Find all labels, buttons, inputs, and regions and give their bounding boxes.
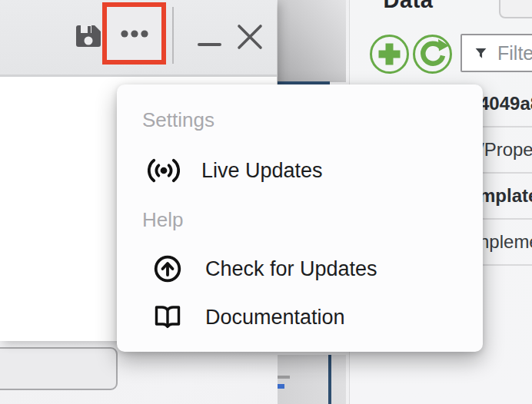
arrow-up-circle-icon bbox=[151, 254, 184, 283]
minimize-icon bbox=[198, 43, 221, 46]
plus-circle-icon bbox=[369, 34, 410, 75]
close-button[interactable] bbox=[233, 20, 267, 54]
refresh-button[interactable] bbox=[412, 34, 453, 75]
save-button[interactable] bbox=[74, 23, 103, 49]
menu-item-live-updates[interactable]: Live Updates bbox=[129, 150, 470, 191]
minimap-blue-mark bbox=[278, 384, 284, 389]
more-options-button[interactable] bbox=[107, 7, 161, 60]
more-options-menu: Settings Live Updates Help bbox=[117, 84, 483, 352]
background-column bbox=[278, 355, 346, 404]
list-item[interactable]: /Prope bbox=[479, 139, 532, 161]
background-panel bbox=[0, 347, 118, 390]
ellipsis-icon bbox=[119, 29, 150, 38]
navy-accent-line bbox=[328, 355, 331, 404]
save-icon bbox=[74, 23, 103, 49]
close-icon bbox=[233, 20, 267, 54]
menu-section-settings: Settings bbox=[142, 108, 214, 132]
panel-title: Data bbox=[374, 0, 443, 13]
corner-card[interactable] bbox=[499, 0, 532, 18]
list-item[interactable]: npleme bbox=[479, 231, 532, 253]
open-book-icon bbox=[151, 305, 184, 330]
minimize-button[interactable] bbox=[193, 34, 227, 57]
list-item[interactable]: 4049a8 bbox=[479, 93, 532, 114]
menu-item-documentation[interactable]: Documentation bbox=[129, 296, 470, 338]
menu-section-help: Help bbox=[142, 208, 183, 232]
menu-item-check-for-updates[interactable]: Check for Updates bbox=[129, 248, 470, 290]
screen: Data 4049a8 /Prope mplate bbox=[0, 0, 532, 404]
filter-input[interactable] bbox=[497, 42, 532, 65]
background-window-shadow bbox=[278, 0, 346, 82]
menu-item-label: Check for Updates bbox=[205, 257, 377, 281]
broadcast-icon bbox=[148, 156, 180, 185]
filter-field[interactable] bbox=[461, 34, 532, 72]
menu-item-label: Live Updates bbox=[201, 159, 323, 183]
minimap-gray-mark bbox=[278, 376, 290, 379]
funnel-icon bbox=[475, 45, 487, 62]
refresh-icon bbox=[412, 34, 453, 75]
add-button[interactable] bbox=[369, 34, 410, 75]
titlebar bbox=[0, 0, 277, 77]
titlebar-divider bbox=[172, 7, 174, 64]
menu-item-label: Documentation bbox=[205, 306, 345, 329]
list-item[interactable]: mplate bbox=[479, 185, 532, 207]
